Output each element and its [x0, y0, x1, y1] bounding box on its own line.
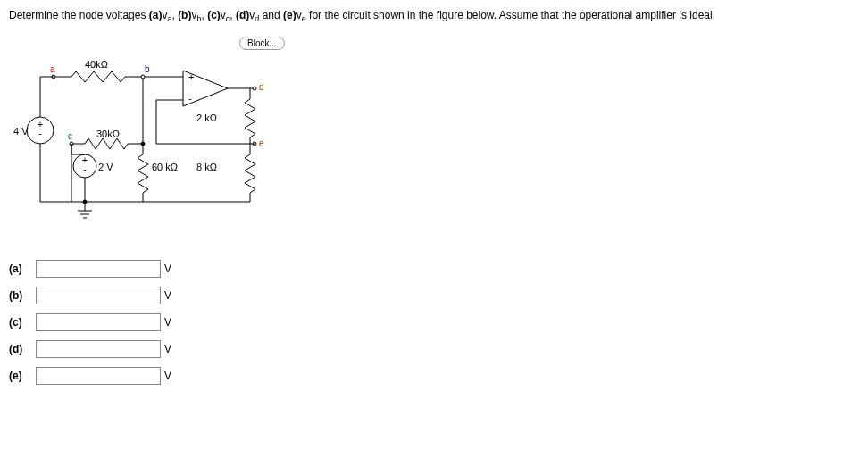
part-b-tag: (b): [178, 9, 191, 21]
part-d-tag: (d): [236, 9, 249, 21]
r30k-label: 30kΩ: [96, 129, 120, 139]
answer-a-label: (a): [9, 262, 36, 275]
answer-d-label: (d): [9, 343, 36, 355]
vsrc2-label: 2 V: [98, 162, 113, 172]
node-e-label: e: [259, 138, 264, 148]
vsrc1-label: 4 V: [13, 126, 29, 137]
answer-b-input[interactable]: [36, 287, 161, 304]
answer-row-a: (a) V: [9, 260, 859, 278]
answers-section: (a) V (b) V (c) V (d) V (e) V: [9, 260, 859, 385]
node-a-label: a: [50, 64, 55, 74]
problem-suffix: for the circuit shown in the figure belo…: [309, 9, 715, 21]
answer-row-e: (e) V: [9, 367, 859, 385]
part-a-tag: (a): [149, 9, 163, 21]
answer-a-input[interactable]: [36, 260, 161, 278]
r40k-label: 40kΩ: [85, 59, 108, 70]
answer-row-c: (c) V: [9, 313, 859, 331]
answer-d-unit: V: [164, 343, 171, 355]
svg-text:-: -: [83, 163, 87, 174]
answer-c-unit: V: [164, 316, 171, 329]
opamp-minus: -: [188, 93, 192, 104]
answer-e-unit: V: [164, 370, 171, 382]
circuit-svg: + - + - + - a b c d e 4 V 2 V 40kΩ 30kΩ …: [9, 54, 304, 233]
node-d-label: d: [259, 82, 264, 92]
svg-text:-: -: [38, 128, 42, 138]
part-e-tag: (e): [283, 9, 296, 21]
answer-d-input[interactable]: [36, 340, 161, 358]
node-b-label: b: [145, 64, 150, 74]
answer-row-b: (b) V: [9, 287, 859, 304]
part-c-tag: (c): [207, 9, 221, 21]
problem-prefix: Determine the node voltages: [9, 9, 149, 21]
answer-b-unit: V: [164, 289, 171, 302]
answer-e-input[interactable]: [36, 367, 161, 385]
svg-point-3: [141, 75, 145, 79]
answer-b-label: (b): [9, 289, 36, 302]
answer-e-label: (e): [9, 370, 36, 382]
r8k-label: 8 kΩ: [196, 162, 217, 172]
svg-point-7: [253, 87, 256, 90]
circuit-diagram: Block...: [9, 37, 304, 233]
answer-row-d: (d) V: [9, 340, 859, 358]
problem-statement: Determine the node voltages (a)va, (b)vb…: [9, 9, 859, 23]
r2k-label: 2 kΩ: [196, 112, 217, 123]
opamp-plus: +: [188, 71, 194, 82]
node-c-label: c: [68, 131, 72, 141]
answer-a-unit: V: [164, 262, 171, 275]
r60k-label: 60 kΩ: [152, 162, 178, 172]
block-button[interactable]: Block...: [239, 37, 285, 50]
answer-c-label: (c): [9, 316, 36, 329]
answer-c-input[interactable]: [36, 313, 161, 331]
